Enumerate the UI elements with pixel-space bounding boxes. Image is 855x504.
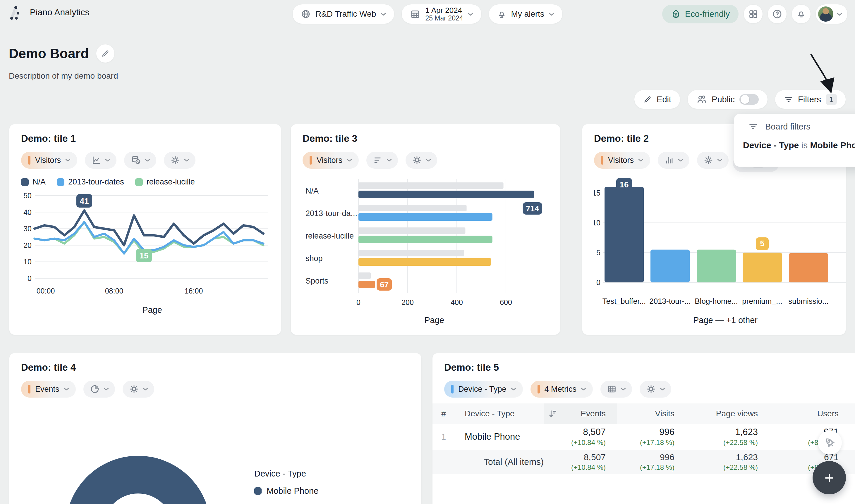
database-clock-icon xyxy=(130,155,141,165)
column-chart-icon xyxy=(664,155,674,165)
tile3-metric-selector[interactable]: Visitors xyxy=(302,152,359,169)
svg-text:50: 50 xyxy=(23,192,32,200)
tile5-chart-type-selector[interactable] xyxy=(600,381,632,398)
cell-value: 996 xyxy=(617,452,675,462)
legend-item[interactable]: N/A xyxy=(21,177,46,186)
edit-board-button[interactable]: Edit xyxy=(634,90,680,109)
svg-text:premium_...: premium_... xyxy=(742,297,782,306)
tile4-legend-title: Device - Type xyxy=(254,469,318,479)
board-filter-rule[interactable]: Device - Type is Mobile Phone xyxy=(734,140,855,150)
chevron-down-icon xyxy=(381,13,386,16)
table-row[interactable]: 1 Mobile Phone 8,507 (+10.84 %) 996 (+17… xyxy=(433,424,855,450)
tile3-chart-type-selector[interactable] xyxy=(366,152,398,169)
tile1-data-source-selector[interactable] xyxy=(124,152,156,169)
apps-grid-button[interactable] xyxy=(744,5,763,23)
tile1-settings[interactable] xyxy=(164,152,195,169)
row-rank: 1 xyxy=(433,432,453,442)
sort-desc-icon xyxy=(548,409,558,419)
table-header-row: # Device - Type Events Visits Page views… xyxy=(433,403,855,424)
col-header-pageviews[interactable]: Page views xyxy=(685,409,769,418)
svg-text:0: 0 xyxy=(356,298,361,306)
chevron-down-icon xyxy=(511,388,516,391)
row-device: Mobile Phone xyxy=(453,432,544,442)
svg-text:N/A: N/A xyxy=(306,186,319,195)
tile1-line-chart: 0102030405000:0008:0016:00Page4115 xyxy=(21,191,269,319)
filters-button[interactable]: Filters 1 xyxy=(775,90,845,109)
chevron-down-icon xyxy=(717,159,722,162)
total-events: 8,507 (+10.84 %) xyxy=(544,452,617,471)
date-range: 1 Apr 2024 25 Mar 2024 xyxy=(425,6,463,22)
chevron-down-icon xyxy=(66,159,70,162)
filter-dimension: Device - Type xyxy=(743,140,799,150)
topbar-center: R&D Traffic Web 1 Apr 2024 25 Mar 2024 M… xyxy=(293,4,562,24)
svg-text:67: 67 xyxy=(380,280,388,289)
legend-item[interactable]: 2013-tour-dates xyxy=(57,177,124,186)
gear-icon xyxy=(412,155,422,165)
svg-text:16:00: 16:00 xyxy=(185,287,203,295)
legend-label: 2013-tour-dates xyxy=(68,177,124,186)
legend-item[interactable]: release-lucille xyxy=(135,177,195,186)
globe-icon xyxy=(301,9,311,19)
tile4-controls: Events xyxy=(21,381,409,398)
metric-accent-bar xyxy=(310,156,312,165)
svg-text:40: 40 xyxy=(23,208,32,216)
tile2-chart-type-selector[interactable] xyxy=(658,152,690,169)
tile4-settings[interactable] xyxy=(123,381,154,398)
tile5-controls: Device - Type 4 Metrics xyxy=(444,381,855,398)
avatar xyxy=(818,6,833,22)
edit-title-button[interactable] xyxy=(96,44,115,62)
bell-icon xyxy=(796,9,806,19)
tile2-metric-selector[interactable]: Visitors xyxy=(594,152,650,169)
help-button[interactable] xyxy=(768,5,787,23)
metric-accent-bar xyxy=(538,385,540,394)
tile5-settings[interactable] xyxy=(640,381,671,398)
share-rocket-button[interactable] xyxy=(818,431,842,455)
question-icon xyxy=(772,9,782,19)
tile5-dimension-selector[interactable]: Device - Type xyxy=(444,381,523,398)
svg-text:10: 10 xyxy=(23,257,32,266)
legend-item[interactable]: Mobile Phone xyxy=(254,486,318,496)
public-label: Public xyxy=(712,95,735,104)
filter-operator: is xyxy=(801,140,808,150)
tile1-chart-type-selector[interactable] xyxy=(85,152,117,169)
tile1-metric-selector[interactable]: Visitors xyxy=(21,152,77,169)
public-switch[interactable] xyxy=(739,94,759,105)
col-header-rank[interactable]: # xyxy=(433,409,453,419)
tile4-title: Demo: tile 4 xyxy=(21,362,409,373)
cell-value: 1,623 xyxy=(685,452,758,462)
cell-change: (+10.84 %) xyxy=(544,463,606,471)
svg-text:Sports: Sports xyxy=(306,276,328,285)
my-alerts-button[interactable]: My alerts xyxy=(489,4,563,24)
col-header-users[interactable]: Users xyxy=(769,409,854,418)
tile4-metric-selector[interactable]: Events xyxy=(21,381,76,398)
pie-chart-icon xyxy=(90,384,100,394)
user-menu[interactable] xyxy=(816,4,848,24)
tile5-metrics-selector[interactable]: 4 Metrics xyxy=(530,381,593,398)
notifications-button[interactable] xyxy=(792,5,810,23)
col-header-events[interactable]: Events xyxy=(544,403,617,424)
cell-pageviews: 1,623 (+22.58 %) xyxy=(685,427,769,447)
col-header-device[interactable]: Device - Type xyxy=(453,409,544,418)
chevron-down-icon xyxy=(678,159,683,162)
tile4-chart-type-selector[interactable] xyxy=(83,381,115,398)
chevron-down-icon xyxy=(549,13,554,16)
eco-friendly-badge[interactable]: Eco-friendly xyxy=(662,5,738,23)
site-selector[interactable]: R&D Traffic Web xyxy=(293,4,394,24)
svg-text:41: 41 xyxy=(80,196,89,205)
chevron-down-icon xyxy=(105,159,110,162)
gear-icon xyxy=(646,384,656,394)
add-tile-fab[interactable]: + xyxy=(813,461,846,494)
col-header-visits[interactable]: Visits xyxy=(617,409,685,418)
chevron-down-icon xyxy=(347,159,352,162)
edit-label: Edit xyxy=(657,95,671,104)
date-range-picker[interactable]: 1 Apr 2024 25 Mar 2024 xyxy=(402,4,481,24)
topbar-right: Eco-friendly xyxy=(662,4,848,24)
leaf-icon xyxy=(671,9,681,19)
total-visits: 996 (+17.18 %) xyxy=(617,452,685,471)
tile3-metric-label: Visitors xyxy=(317,156,342,165)
svg-text:Page: Page xyxy=(424,316,444,325)
tile3-settings[interactable] xyxy=(405,152,437,169)
public-toggle-button[interactable]: Public xyxy=(687,90,768,109)
tile2-settings[interactable] xyxy=(697,152,729,169)
legend-swatch xyxy=(21,178,29,186)
